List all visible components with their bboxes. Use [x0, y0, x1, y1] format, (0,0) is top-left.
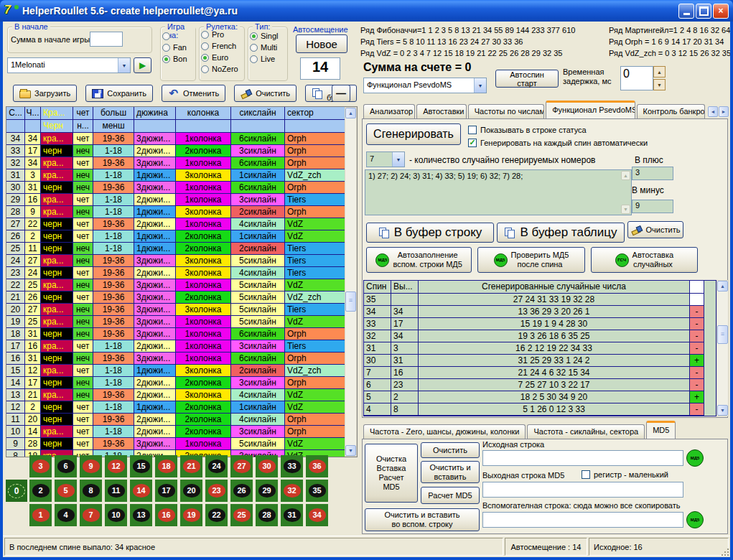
board-cell-24[interactable]: 24 — [205, 455, 228, 477]
board-cell-25[interactable]: 25 — [230, 504, 253, 526]
table-row[interactable]: 1321кра...неч19-362дюжи...3колонка4сикла… — [6, 389, 345, 401]
table-row[interactable]: 2225кра...неч19-363дюжи...1колонка5сикла… — [6, 279, 345, 291]
tab-3[interactable]: Частоты по числам — [468, 104, 544, 119]
radio-option-NoZero[interactable]: NoZero — [201, 65, 243, 73]
aux-string-input[interactable] — [482, 512, 683, 528]
table-row[interactable]: 2916кра...чет1-182дюжи...1колонка3сиклай… — [6, 194, 345, 206]
maximize-button[interactable] — [696, 4, 711, 19]
tab-1[interactable]: Анализатор — [363, 104, 415, 119]
scroll-up-icon[interactable]: ▲ — [345, 108, 356, 118]
board-cell-7[interactable]: 7 — [80, 504, 102, 526]
delay-input[interactable]: 0 — [620, 66, 653, 90]
checkbox-icon[interactable] — [582, 470, 590, 479]
functional-combobox[interactable]: Функционал PsevdoMS ▼ — [363, 78, 487, 93]
textarea-scroll-up-icon[interactable]: ▲ — [621, 171, 630, 180]
radio-option-Live[interactable]: Live — [250, 55, 286, 63]
board-cell-11[interactable]: 11 — [105, 480, 127, 502]
radio-option-Bon[interactable]: Bon — [162, 55, 194, 63]
generate-button[interactable]: Сгенерировать — [366, 123, 461, 145]
generated-numbers-textarea[interactable]: 1) 27; 2) 24; 3) 31; 4) 33; 5) 19; 6) 32… — [365, 169, 632, 215]
checkbox-generate-each-spin[interactable]: Генерировать на каждый спин автоматическ… — [468, 139, 648, 147]
collapse-button[interactable]: — — [332, 85, 350, 102]
output-string-input[interactable] — [482, 482, 683, 498]
table-row[interactable]: 122чернчет1-181дюжи...2колонка1сиклайнVd… — [6, 401, 345, 414]
gen-table-scrollbar[interactable]: ▲ ▼ — [716, 280, 729, 416]
table-row[interactable]: 71621 24 4 6 32 15 34- — [364, 367, 716, 379]
open-button[interactable]: Загрузить — [13, 85, 77, 102]
checkbox-lowercase[interactable]: регистр - маленький — [582, 470, 668, 479]
board-cell-4[interactable]: 4 — [55, 504, 77, 526]
board-cell-13[interactable]: 13 — [130, 504, 152, 526]
tabs-scroll-right-icon[interactable]: ► — [719, 106, 729, 117]
board-cell-20[interactable]: 20 — [180, 480, 202, 502]
radio-option-Multi[interactable]: Multi — [250, 43, 286, 52]
undo-button[interactable]: ↶Отменить — [162, 85, 225, 102]
scroll-thumb[interactable] — [717, 325, 728, 344]
close-button[interactable]: × — [713, 4, 729, 19]
checkbox-icon[interactable] — [468, 126, 477, 134]
table-row[interactable]: 2324чернчет19-362дюжи...3колонка4сиклайн… — [6, 267, 345, 279]
board-cell-23[interactable]: 23 — [205, 480, 228, 502]
table-row[interactable]: 31316 2 12 19 22 34 33- — [364, 342, 716, 355]
table-row[interactable]: 6237 25 27 10 3 22 17- — [364, 379, 716, 391]
tab-2[interactable]: Частота - сиклайны, сектора — [527, 424, 645, 439]
md-action-button-3[interactable]: ГСЧАвтоставка случайных — [591, 247, 698, 273]
chevron-down-icon[interactable]: ▼ — [474, 78, 486, 93]
board-cell-18[interactable]: 18 — [155, 455, 177, 477]
md5-icon[interactable]: МД5 — [686, 511, 704, 528]
board-cell-3[interactable]: 3 — [29, 455, 52, 477]
board-cell-9[interactable]: 9 — [80, 455, 102, 477]
md5-calc-button[interactable]: Расчет MD5 — [421, 487, 480, 504]
board-cell-28[interactable]: 28 — [256, 504, 278, 526]
table-row[interactable]: 1831черннеч19-363дюжи...1колонка6сиклайн… — [6, 328, 345, 340]
table-row[interactable]: 5218 2 5 30 34 9 20+ — [364, 391, 716, 403]
radio-option-Fan[interactable]: Fan — [162, 43, 194, 52]
table-row[interactable]: 2427кра...неч19-363дюжи...3колонка5сикла… — [6, 255, 345, 267]
table-row[interactable]: 2511черннеч1-181дюжи...2колонка2сиклайнT… — [6, 243, 345, 255]
board-cell-33[interactable]: 33 — [281, 455, 303, 477]
table-row[interactable]: 1014кра...чет1-182дюжи...2колонка3сиклай… — [6, 426, 345, 438]
table-row[interactable]: 3434кра...чет19-363дюжи...1колонка6сикла… — [6, 133, 345, 145]
board-cell-12[interactable]: 12 — [105, 455, 127, 477]
board-cell-34[interactable]: 34 — [306, 504, 328, 526]
clear-generated-button[interactable]: Очистить — [627, 221, 683, 238]
resize-grip[interactable] — [720, 547, 729, 556]
board-cell-29[interactable]: 29 — [256, 480, 278, 502]
md-action-button-1[interactable]: МД5Автозаполнение вспом. строки МД5 — [366, 247, 472, 273]
board-cell-30[interactable]: 30 — [256, 455, 278, 477]
board-cell-5[interactable]: 5 — [55, 480, 77, 502]
spin-table-scrollbar[interactable]: ▲ ▼ — [345, 107, 357, 457]
md5-big-button[interactable]: Очистка Вставка Расчет MD5 — [365, 444, 418, 503]
tab-3[interactable]: MD5 — [646, 421, 676, 439]
tab-2[interactable]: Автоставки — [416, 104, 467, 119]
radio-option-French[interactable]: French — [201, 42, 243, 50]
radio-option-Singl[interactable]: Singl — [250, 32, 286, 40]
table-row[interactable]: 2027кра...неч19-363дюжи...3колонка5сикла… — [6, 304, 345, 316]
board-cell-2[interactable]: 2 — [29, 480, 52, 502]
table-row[interactable]: 323419 3 26 18 6 35 25- — [364, 330, 716, 342]
copy-table-button[interactable]: В буфер таблицу — [497, 223, 625, 243]
board-cell-19[interactable]: 19 — [180, 504, 202, 526]
board-cell-8[interactable]: 8 — [80, 480, 102, 502]
chevron-down-icon[interactable]: ▼ — [392, 152, 404, 167]
tab-5[interactable]: Контроль банкро — [637, 104, 706, 119]
board-cell-32[interactable]: 32 — [281, 480, 303, 502]
table-row[interactable]: 343413 36 29 3 20 26 1- — [364, 306, 716, 318]
table-row[interactable]: 313кра...неч1-181дюжи...3колонка1сиклайн… — [6, 169, 345, 182]
count-combobox[interactable]: 7 ▼ — [366, 151, 405, 167]
scroll-thumb[interactable] — [345, 291, 356, 312]
tabs-scroll-left-icon[interactable]: ◄ — [708, 106, 718, 117]
table-row[interactable]: 928чернчет19-363дюжи...1колонка5сиклайнV… — [6, 438, 345, 450]
scroll-down-icon[interactable]: ▼ — [717, 405, 728, 416]
table-row[interactable]: 331715 19 1 9 4 28 30- — [364, 318, 716, 330]
tab-4[interactable]: Функционал PsevdoMS — [546, 101, 635, 119]
board-cell-27[interactable]: 27 — [230, 455, 253, 477]
spin-up-icon[interactable]: ▲ — [653, 66, 666, 78]
tab-1[interactable]: Частота - Zero, шансы, дюжины, колонки — [363, 424, 526, 439]
save-button[interactable]: Сохранить — [85, 85, 153, 102]
table-row[interactable]: 3234кра...чет19-363дюжи...1колонка6сикла… — [6, 157, 345, 169]
new-shift-button[interactable]: Новое — [296, 34, 347, 53]
board-cell-35[interactable]: 35 — [306, 480, 328, 502]
checkbox-show-status[interactable]: Показывать в строке статуса — [468, 126, 587, 134]
brush-button[interactable]: Очистить — [234, 85, 297, 102]
